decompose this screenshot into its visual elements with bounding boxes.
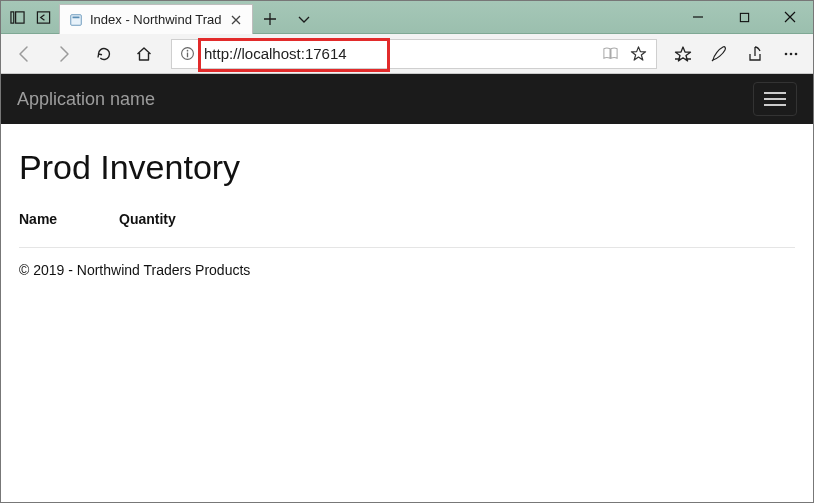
web-note-button[interactable]	[701, 35, 737, 73]
set-aside-tabs-icon[interactable]	[31, 5, 55, 29]
svg-rect-2	[37, 11, 49, 22]
column-header-quantity: Quantity	[119, 205, 795, 233]
svg-rect-0	[10, 11, 13, 22]
share-button[interactable]	[737, 35, 773, 73]
favorite-star-icon[interactable]	[626, 42, 650, 66]
window-maximize-button[interactable]	[721, 1, 767, 34]
window-titlebar: Index - Northwind Trad	[1, 1, 813, 34]
new-tab-button[interactable]	[253, 4, 287, 34]
settings-more-button[interactable]	[773, 35, 809, 73]
svg-point-9	[785, 52, 788, 55]
svg-rect-3	[71, 14, 82, 25]
back-button[interactable]	[5, 35, 43, 73]
svg-point-11	[795, 52, 798, 55]
tab-menu-button[interactable]	[287, 4, 321, 34]
svg-rect-8	[186, 53, 187, 58]
tab-aside-icon[interactable]	[5, 5, 29, 29]
addressbar-right-icons	[598, 42, 650, 66]
titlebar-left-cluster	[1, 1, 59, 33]
page-viewport: Application name Prod Inventory Name Qua…	[1, 74, 813, 502]
navbar-brand[interactable]: Application name	[17, 89, 155, 110]
page-favicon-icon	[68, 12, 84, 28]
address-bar[interactable]	[171, 39, 657, 69]
page-heading: Prod Inventory	[19, 148, 795, 187]
window-minimize-button[interactable]	[675, 1, 721, 34]
url-input[interactable]	[202, 44, 592, 63]
window-close-button[interactable]	[767, 1, 813, 34]
titlebar-drag-area[interactable]	[321, 1, 675, 33]
app-navbar: Application name	[1, 74, 813, 124]
tab-actions	[253, 4, 321, 34]
svg-rect-1	[15, 11, 23, 22]
toolbar-right-cluster	[665, 35, 809, 73]
tab-close-button[interactable]	[228, 12, 244, 28]
svg-rect-4	[73, 16, 80, 18]
favorites-hub-button[interactable]	[665, 35, 701, 73]
footer-separator	[19, 247, 795, 248]
table-header-row: Name Quantity	[19, 205, 795, 233]
refresh-button[interactable]	[85, 35, 123, 73]
navbar-toggle-button[interactable]	[753, 82, 797, 116]
tab-title: Index - Northwind Trad	[90, 12, 222, 27]
site-info-icon[interactable]	[178, 45, 196, 63]
page-footer: © 2019 - Northwind Traders Products	[19, 262, 795, 278]
svg-point-10	[790, 52, 793, 55]
browser-toolbar	[1, 34, 813, 74]
svg-rect-5	[740, 13, 748, 21]
home-button[interactable]	[125, 35, 163, 73]
column-header-name: Name	[19, 205, 119, 233]
reading-view-icon[interactable]	[598, 42, 622, 66]
inventory-table: Name Quantity	[19, 205, 795, 233]
window-controls	[675, 1, 813, 33]
svg-point-7	[186, 50, 188, 52]
forward-button[interactable]	[45, 35, 83, 73]
page-content: Prod Inventory Name Quantity © 2019 - No…	[1, 124, 813, 294]
browser-tab[interactable]: Index - Northwind Trad	[59, 4, 253, 34]
